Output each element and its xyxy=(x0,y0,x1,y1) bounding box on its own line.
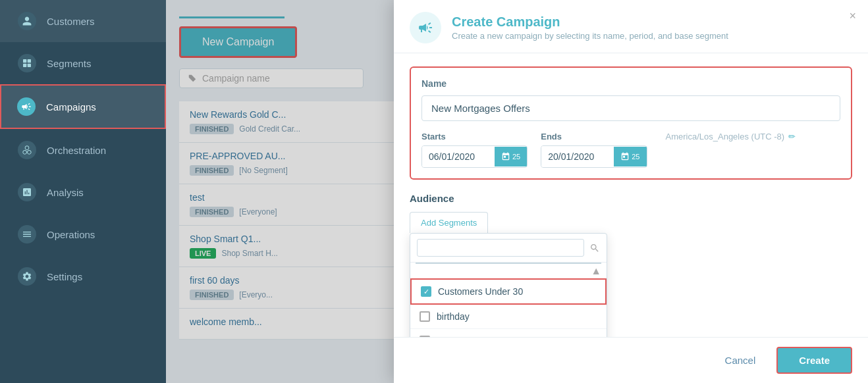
modal-campaign-icon xyxy=(410,12,441,43)
svg-rect-0 xyxy=(23,59,26,63)
add-segments-tab[interactable]: Add Segments xyxy=(410,212,488,233)
main-content: New Campaign Campaign name New Rewards G… xyxy=(166,0,868,383)
segment-item-loans-2017[interactable]: Loans 2017 xyxy=(410,329,607,337)
search-icon xyxy=(589,243,600,253)
sidebar-item-customers[interactable]: Customers xyxy=(0,0,166,42)
sidebar-label-orchestration: Orchestration xyxy=(47,145,106,156)
ends-date-input[interactable] xyxy=(541,146,614,167)
segment-checkbox-birthday[interactable] xyxy=(420,311,430,322)
ends-group: Ends 25 xyxy=(541,132,647,168)
sidebar-label-campaigns: Campaigns xyxy=(46,101,96,113)
svg-rect-3 xyxy=(28,64,31,67)
sidebar-item-orchestration[interactable]: Orchestration xyxy=(0,129,166,171)
sidebar-label-analysis: Analysis xyxy=(47,187,84,198)
dropdown-search-bar xyxy=(410,234,607,263)
starts-input-wrap: 25 xyxy=(421,145,528,168)
operations-icon xyxy=(18,225,36,243)
scroll-indicator: ▲ xyxy=(410,264,607,278)
modal-body: Name Starts 25 xyxy=(394,53,868,337)
segments-icon xyxy=(18,54,36,72)
svg-rect-2 xyxy=(23,64,26,67)
sidebar-item-campaigns[interactable]: Campaigns xyxy=(0,84,166,129)
name-section: Name Starts 25 xyxy=(410,66,852,180)
segment-item-birthday[interactable]: birthday xyxy=(410,305,607,329)
ends-input-wrap: 25 xyxy=(541,145,647,168)
cancel-button[interactable]: Cancel xyxy=(715,349,767,371)
starts-group: Starts 25 xyxy=(421,132,528,168)
create-campaign-modal: Create Campaign Create a new campaign by… xyxy=(394,0,868,383)
modal-title: Create Campaign xyxy=(452,14,728,30)
sidebar-label-customers: Customers xyxy=(47,16,95,27)
segment-label: Customers Under 30 xyxy=(438,286,523,297)
segment-search-input[interactable] xyxy=(417,239,584,257)
modal-header: Create Campaign Create a new campaign by… xyxy=(394,0,868,53)
segment-item-customers-under-30[interactable]: ✓ Customers Under 30 xyxy=(410,278,607,305)
segment-label: Loans 2017 xyxy=(437,336,485,337)
dates-row: Starts 25 Ends xyxy=(421,132,840,168)
sidebar-label-operations: Operations xyxy=(47,229,95,240)
campaigns-icon xyxy=(17,97,36,116)
sidebar-item-analysis[interactable]: Analysis xyxy=(0,171,166,213)
customers-icon xyxy=(18,12,36,30)
ends-label: Ends xyxy=(541,132,647,141)
segment-checkbox-customers-under-30[interactable]: ✓ xyxy=(421,286,431,297)
analysis-icon xyxy=(18,183,36,201)
edit-timezone-icon[interactable]: ✏ xyxy=(788,132,796,141)
modal-footer: Cancel Create xyxy=(394,337,868,383)
sidebar-label-segments: Segments xyxy=(47,58,92,69)
timezone-display: America/Los_Angeles (UTC -8) ✏ xyxy=(666,132,796,141)
segment-label: birthday xyxy=(437,311,470,322)
segment-checkbox-loans-2017[interactable] xyxy=(420,336,430,337)
sidebar-item-settings[interactable]: Settings xyxy=(0,255,166,297)
name-label: Name xyxy=(421,78,840,89)
sidebar-label-settings: Settings xyxy=(47,271,82,282)
audience-label: Audience xyxy=(410,193,852,204)
orchestration-icon xyxy=(18,141,36,159)
audience-section: Audience Add Segments ▲ ✓ xyxy=(410,193,852,233)
dropdown-panel: ▲ ✓ Customers Under 30 birthday xyxy=(410,233,607,337)
modal-subtitle: Create a new campaign by selecting its n… xyxy=(452,31,728,41)
timezone-text: America/Los_Angeles (UTC -8) xyxy=(666,132,785,141)
settings-icon xyxy=(18,267,36,286)
starts-date-input[interactable] xyxy=(422,146,495,167)
modal-close-button[interactable]: × xyxy=(849,9,856,23)
starts-label: Starts xyxy=(421,132,528,141)
svg-rect-1 xyxy=(28,59,31,63)
modal-title-group: Create Campaign Create a new campaign by… xyxy=(452,14,728,41)
sidebar-item-operations[interactable]: Operations xyxy=(0,213,166,255)
modal-overlay: Create Campaign Create a new campaign by… xyxy=(166,0,868,383)
campaign-name-input[interactable] xyxy=(421,95,840,121)
create-button[interactable]: Create xyxy=(776,347,852,374)
starts-calendar-button[interactable]: 25 xyxy=(495,147,527,166)
sidebar: Customers Segments Campaigns Orchestrati… xyxy=(0,0,166,383)
sidebar-item-segments[interactable]: Segments xyxy=(0,42,166,84)
ends-calendar-button[interactable]: 25 xyxy=(614,147,646,166)
